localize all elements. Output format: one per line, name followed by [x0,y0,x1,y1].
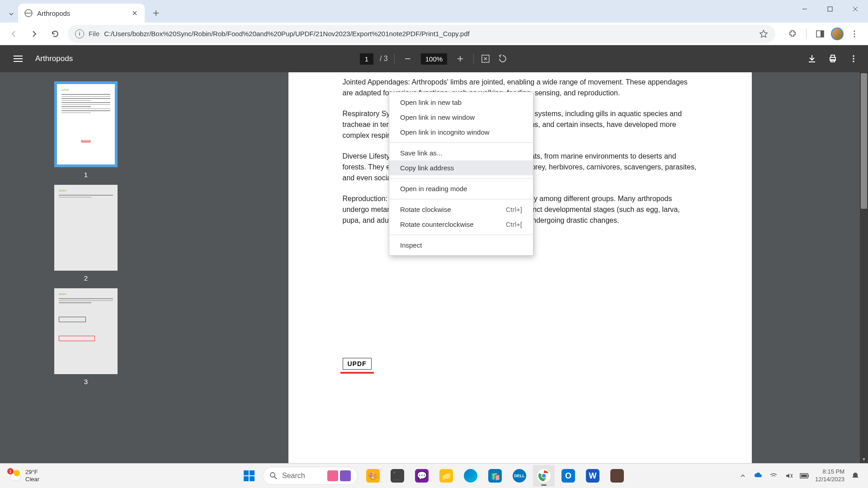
notifications-icon[interactable] [851,471,860,480]
clock[interactable]: 8:15 PM12/14/2023 [815,468,844,483]
url-text: C:/Users/bobzr/Box%20Sync/Robin/Rob/Food… [104,30,470,38]
rotate-button[interactable] [497,53,508,64]
menu-separator [389,199,533,199]
scroll-down-arrow[interactable]: ▼ [860,455,868,463]
maximize-window-button[interactable] [817,0,843,18]
onedrive-icon[interactable] [754,471,763,480]
taskbar-edge[interactable] [460,465,481,487]
browser-tab-strip: Arthropods [0,0,868,23]
address-bar[interactable]: i File C:/Users/bobzr/Box%20Sync/Robin/R… [68,25,775,43]
taskbar-app[interactable] [606,465,628,487]
browser-menu-button[interactable] [846,26,863,42]
browser-nav-bar: i File C:/Users/bobzr/Box%20Sync/Robin/R… [0,23,868,45]
thumbnail-label: 2 [84,274,88,282]
scroll-thumb[interactable] [861,73,867,209]
svg-rect-19 [801,474,807,477]
close-window-button[interactable] [843,0,868,18]
menu-rotate-ccw[interactable]: Rotate counterclockwiseCtrl+[ [389,217,533,232]
taskbar-store[interactable]: 🛍️ [484,465,506,487]
svg-point-10 [853,55,854,57]
divider [806,28,807,39]
menu-separator [389,235,533,235]
fit-page-button[interactable] [480,53,491,64]
svg-point-4 [854,33,855,34]
taskbar-dell[interactable]: DELL [509,465,530,487]
taskbar-word[interactable]: W [582,465,604,487]
menu-open-new-window[interactable]: Open link in new window [389,110,533,125]
taskbar-app[interactable]: ⬛ [387,465,408,487]
menu-inspect[interactable]: Inspect [389,238,533,253]
tray-expand-icon[interactable] [738,471,747,480]
zoom-level: 100% [421,53,447,65]
thumbnail-2[interactable]: UPDF [54,185,118,271]
menu-separator [389,178,533,178]
site-info-icon[interactable]: i [75,29,84,38]
taskbar-chrome[interactable] [533,465,555,487]
new-tab-button[interactable] [149,6,163,20]
reload-button[interactable] [47,26,63,42]
svg-point-16 [542,474,546,478]
browser-tab[interactable]: Arthropods [18,4,145,23]
svg-point-12 [853,61,854,62]
extensions-button[interactable] [784,26,801,42]
menu-button[interactable] [9,50,27,68]
taskbar: 1 29°FClear Search 🎨 ⬛ 💬 📁 🛍️ DELL O W [0,463,868,488]
forward-button[interactable] [26,26,42,42]
tab-search-dropdown[interactable] [5,5,18,23]
menu-save-link[interactable]: Save link as... [389,145,533,160]
svg-rect-18 [808,475,809,477]
vertical-scrollbar[interactable]: ▲ ▼ [860,72,868,463]
thumbnail-1[interactable]: UPDF [54,81,118,167]
menu-rotate-cw[interactable]: Rotate clockwiseCtrl+] [389,202,533,217]
close-tab-button[interactable] [131,9,138,17]
menu-open-incognito[interactable]: Open link in incognito window [389,125,533,140]
more-actions-button[interactable] [848,53,859,64]
taskbar-app[interactable]: 🎨 [362,465,384,487]
page-number-input[interactable] [360,53,373,65]
divider [473,54,474,64]
search-placeholder: Search [282,472,305,480]
tab-title: Arthropods [37,9,127,17]
taskbar-search[interactable]: Search [263,467,358,485]
weather-icon: 1 [8,469,22,483]
zoom-in-button[interactable]: + [453,52,467,65]
svg-rect-8 [831,55,835,57]
weather-temp: 29°F [25,469,39,476]
profile-avatar[interactable] [831,28,844,40]
volume-icon[interactable] [784,471,793,480]
battery-icon[interactable] [800,471,809,480]
context-menu: Open link in new tab Open link in new wi… [389,92,533,256]
minimize-window-button[interactable] [792,0,817,18]
taskbar-app[interactable]: 💬 [411,465,433,487]
back-button[interactable] [5,26,22,42]
wifi-icon[interactable] [769,471,778,480]
download-button[interactable] [807,53,817,64]
document-title: Arthropods [35,54,73,63]
menu-open-new-tab[interactable]: Open link in new tab [389,95,533,110]
menu-reading-mode[interactable]: Open in reading mode [389,181,533,196]
thumbnail-3[interactable]: UPDF [54,288,118,374]
pdf-toolbar: Arthropods / 3 − 100% + [0,45,868,72]
taskbar-outlook[interactable]: O [557,465,579,487]
svg-point-13 [270,473,275,477]
page-total: / 3 [380,55,388,63]
weather-widget[interactable]: 1 29°FClear [8,469,39,483]
svg-rect-0 [828,7,832,11]
menu-separator [389,142,533,143]
thumbnail-label: 3 [84,378,88,385]
globe-icon [24,9,33,17]
side-panel-button[interactable] [812,26,828,42]
svg-rect-2 [821,31,824,37]
hamburger-icon [14,56,23,62]
windows-icon [244,470,255,481]
start-button[interactable] [240,467,258,485]
file-label: File [89,30,99,38]
zoom-out-button[interactable]: − [401,52,415,65]
menu-copy-link[interactable]: Copy link address [389,160,533,175]
thumbnail-panel: UPDF 1 UPDF 2 UPDF 3 [0,72,172,463]
updf-link-badge[interactable]: UPDF [343,358,372,370]
print-button[interactable] [827,53,838,64]
bookmark-icon[interactable] [759,29,768,38]
taskbar-file-explorer[interactable]: 📁 [435,465,457,487]
svg-point-5 [854,36,855,37]
